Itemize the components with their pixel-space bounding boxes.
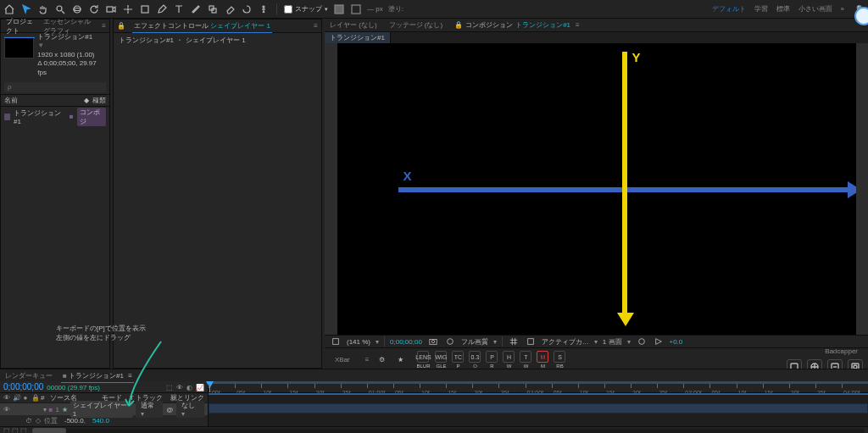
tab-render-queue[interactable]: レンダーキュー — [0, 369, 58, 382]
stopwatch-icon[interactable]: ⏱ — [25, 417, 32, 425]
chevron-down-icon[interactable]: ▾ — [325, 6, 328, 13]
exposure-value[interactable]: +0.0 — [670, 338, 683, 346]
fast-preview-icon[interactable] — [653, 336, 665, 347]
workspace-default[interactable]: デフォルト — [712, 4, 746, 14]
workspace-standard[interactable]: 標準 — [776, 4, 790, 14]
views-dropdown[interactable]: 1 画面 — [603, 337, 622, 347]
clone-tool-icon[interactable] — [207, 3, 219, 15]
puppet-tool-icon[interactable] — [258, 3, 270, 15]
mag-icon[interactable] — [330, 336, 342, 347]
video-toggle-icon[interactable]: 👁 — [3, 406, 11, 414]
star-icon[interactable]: ★ — [398, 356, 409, 364]
stroke-width[interactable]: — px — [367, 5, 383, 13]
text-tool-icon[interactable] — [173, 3, 185, 15]
timeline-zoom-slider[interactable] — [32, 429, 865, 433]
exposure-icon[interactable] — [636, 336, 648, 347]
tab-timeline-comp[interactable]: ■ トランジション#1 ≡ — [58, 369, 137, 382]
grid-icon[interactable] — [508, 336, 520, 347]
rotate-tool-icon[interactable] — [88, 3, 100, 15]
layer-name[interactable]: シェイプレイヤー 1 — [70, 401, 133, 418]
quick-action[interactable]: HW — [503, 351, 515, 369]
quick-action[interactable]: TCP — [452, 351, 464, 369]
brush-tool-icon[interactable] — [190, 3, 202, 15]
composition-viewport[interactable]: X Y — [337, 43, 856, 335]
panel-menu-icon[interactable]: ≡ — [362, 356, 373, 364]
quick-action[interactable]: MM — [537, 351, 548, 369]
fill-swatch[interactable] — [333, 3, 345, 15]
tab-effect-controls[interactable]: エフェクトコントロール シェイプレイヤー 1 — [129, 19, 275, 32]
motion-blur-icon[interactable]: ◐ — [186, 384, 192, 391]
eraser-tool-icon[interactable] — [224, 3, 236, 15]
panel-menu-icon[interactable]: ≡ — [98, 22, 109, 30]
roto-tool-icon[interactable] — [241, 3, 253, 15]
time-ruler[interactable]: :00f05f10f15f20f25f01:00f05f10f15f20f25f… — [209, 381, 868, 392]
quick-action[interactable]: TW — [520, 351, 531, 369]
timeline-timecode[interactable]: 0;00;00;00 — [3, 382, 43, 391]
tab-essential-graphics[interactable]: エッセンシャルグラフィ — [38, 15, 98, 37]
tab-comp-viewer[interactable]: 🔒 コンポジション トランジション#1 ≡ — [449, 19, 585, 31]
workspace-learn[interactable]: 学習 — [754, 4, 768, 14]
quick-action[interactable]: WIGGLE — [435, 351, 447, 369]
camera-dropdown[interactable]: アクティブカ… — [542, 337, 589, 347]
tab-footage-viewer[interactable]: フッテージ (なし) — [384, 19, 448, 31]
snap-checkbox[interactable] — [284, 5, 292, 14]
quick-action[interactable]: LENSBLUR — [416, 351, 430, 369]
pen-tool-icon[interactable] — [156, 3, 168, 15]
layer-bar[interactable] — [209, 403, 868, 414]
channel-icon[interactable] — [444, 336, 456, 347]
project-row[interactable]: トランジション#1 ■ コンポジ — [1, 107, 109, 127]
position-x-value[interactable]: -500.0, — [64, 417, 86, 425]
annotation-text: キーボードの[P]で位置を表示 左側の値を左にドラッグ — [56, 325, 146, 343]
lock-icon[interactable]: 🔒 — [114, 22, 129, 30]
gear-icon[interactable]: ⚙ — [379, 356, 391, 364]
hand-tool-icon[interactable] — [37, 3, 49, 15]
workspace-small[interactable]: 小さい画面 — [798, 4, 832, 14]
workspace-more-icon[interactable]: » — [841, 5, 844, 13]
svg-rect-5 — [142, 6, 148, 13]
guides-icon[interactable] — [525, 336, 537, 347]
viewer-timecode[interactable]: 0;00;00;00 — [390, 338, 422, 346]
graph-editor-icon[interactable]: 📈 — [196, 384, 204, 391]
quick-action[interactable]: SRB — [554, 351, 565, 369]
timeline-tracks[interactable] — [209, 393, 868, 426]
selection-tool-icon[interactable] — [20, 3, 32, 15]
camera-tool-icon[interactable] — [105, 3, 117, 15]
parent-dropdown[interactable]: なし ▾ — [176, 401, 204, 418]
tab-project[interactable]: プロジェクト — [1, 15, 38, 37]
zoom-ratio[interactable]: (141 %) — [347, 338, 370, 346]
position-y-value[interactable]: 540.0 — [92, 417, 109, 425]
stroke-swatch[interactable] — [350, 3, 362, 15]
keyframe-nav-icon[interactable]: ◇ — [36, 417, 41, 425]
panel-menu-icon[interactable]: ≡ — [310, 22, 321, 30]
toggle-switches-icon[interactable]: ⬚ ⬚ ⬚ — [3, 427, 27, 433]
rect-tool-icon[interactable] — [139, 3, 151, 15]
resolution-dropdown[interactable]: フル画質 — [461, 337, 488, 347]
close-icon[interactable]: ≡ — [128, 372, 132, 380]
col-label-icon[interactable]: ◆ — [84, 97, 89, 104]
prop-label: 位置 — [44, 416, 58, 425]
close-icon[interactable]: ≡ — [576, 21, 580, 29]
col-type[interactable]: 種類 — [92, 96, 106, 105]
col-name[interactable]: 名前 — [4, 96, 18, 105]
twirl-icon[interactable]: ▾ — [43, 406, 47, 414]
help-avatar-icon[interactable] — [854, 7, 868, 25]
orbit-tool-icon[interactable] — [71, 3, 83, 15]
snapshot-icon[interactable] — [427, 336, 439, 347]
svg-rect-11 — [333, 339, 339, 345]
quick-action[interactable]: 0.3O — [469, 351, 481, 369]
comp-mini-tab[interactable]: トランジション#1 — [325, 32, 391, 43]
tab-layer-viewer[interactable]: レイヤー (なし) — [325, 19, 382, 31]
badcapper-tab[interactable]: Badcapper — [820, 346, 863, 357]
svg-point-2 — [74, 8, 81, 10]
xbar-tab[interactable]: XBar — [330, 354, 355, 365]
audio-toggle-header-icon: 🔊 — [13, 394, 19, 402]
work-area-bar[interactable] — [209, 381, 868, 384]
timeline-frames: 00000 (29.97 fps) — [47, 384, 100, 391]
project-search-input[interactable] — [4, 82, 106, 92]
home-icon[interactable] — [3, 3, 15, 15]
zoom-tool-icon[interactable] — [54, 3, 66, 15]
anchor-tool-icon[interactable] — [122, 3, 134, 15]
quick-action[interactable]: PR — [486, 351, 498, 369]
lock-icon: 🔒 — [454, 21, 463, 29]
comp-icon — [4, 114, 10, 120]
